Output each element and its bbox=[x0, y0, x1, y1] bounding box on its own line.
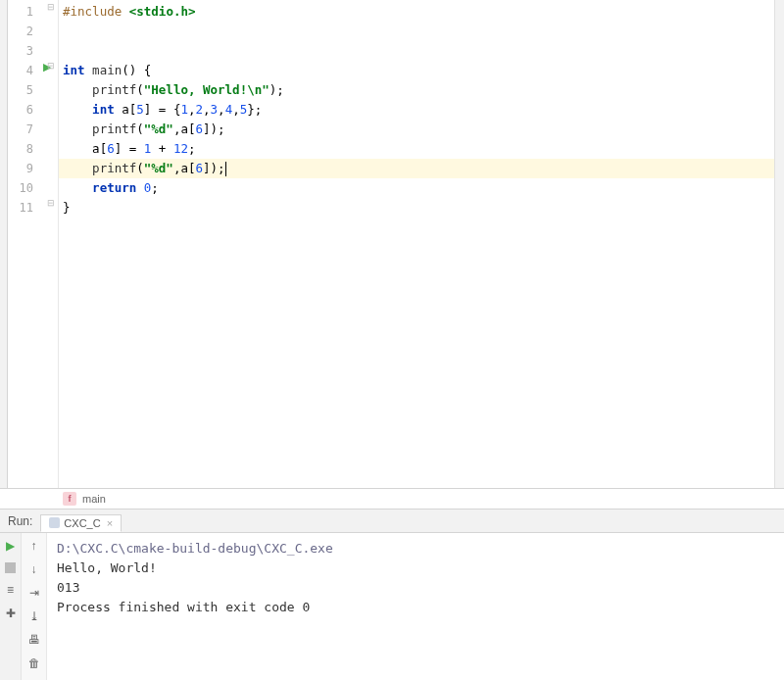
rerun-icon[interactable]: ▶ bbox=[4, 539, 18, 553]
code-editor[interactable]: #include <stdio.h> int main() { printf("… bbox=[59, 0, 774, 488]
code-line: #include <stdio.h> bbox=[59, 2, 774, 22]
line-number[interactable]: 4 bbox=[8, 61, 41, 80]
console-line: 013 bbox=[57, 578, 774, 598]
pin-icon[interactable]: ✚ bbox=[4, 607, 18, 620]
code-line: int main() { bbox=[59, 61, 774, 80]
code-line: printf("%d",a[6]); bbox=[59, 120, 774, 139]
code-line: a[6] = 1 + 12; bbox=[59, 139, 774, 159]
close-icon[interactable]: × bbox=[107, 517, 113, 529]
line-number[interactable]: 9 bbox=[8, 159, 41, 178]
console-line: Process finished with exit code 0 bbox=[57, 598, 774, 617]
trash-icon[interactable]: 🗑 bbox=[27, 656, 41, 670]
breadcrumb-bar: f main bbox=[0, 488, 784, 510]
run-toolbar-primary: ▶ ≡ ✚ bbox=[0, 533, 22, 680]
editor-area: 1 2 3 4 5 6 7 8 9 10 11 ▶ ⊟ ⊟ ⊟ #include… bbox=[0, 0, 784, 488]
scroll-end-icon[interactable]: ⤓ bbox=[27, 609, 41, 623]
line-number[interactable]: 2 bbox=[8, 22, 41, 41]
code-line: return 0; bbox=[59, 178, 774, 198]
line-number[interactable]: 7 bbox=[8, 120, 41, 139]
editor-scrollbar[interactable] bbox=[774, 0, 784, 488]
line-number[interactable]: 8 bbox=[8, 139, 41, 159]
console-line: Hello, World! bbox=[57, 559, 774, 578]
console-line: D:\CXC.C\cmake-build-debug\CXC_C.exe bbox=[57, 539, 774, 559]
line-number[interactable]: 1 bbox=[8, 2, 41, 22]
code-line: int a[5] = {1,2,3,4,5}; bbox=[59, 100, 774, 120]
run-toolbar-secondary: ↑ ↓ ⇥ ⤓ 🖶 🗑 bbox=[22, 533, 47, 680]
run-config-tab[interactable]: CXC_C × bbox=[40, 514, 122, 532]
fold-toggle-icon[interactable]: ⊟ bbox=[47, 2, 55, 12]
print-icon[interactable]: 🖶 bbox=[27, 633, 41, 647]
console-output[interactable]: D:\CXC.C\cmake-build-debug\CXC_C.exe Hel… bbox=[47, 533, 784, 680]
code-line bbox=[59, 41, 774, 61]
code-line: } bbox=[59, 198, 774, 218]
fold-toggle-icon[interactable]: ⊟ bbox=[47, 61, 55, 71]
code-line-current: printf("%d",a[6]); bbox=[59, 159, 774, 178]
line-number[interactable]: 6 bbox=[8, 100, 41, 120]
run-tool-header: Run: CXC_C × bbox=[0, 510, 784, 533]
line-number[interactable]: 11 bbox=[8, 198, 41, 218]
function-icon: f bbox=[63, 492, 76, 506]
stop-icon[interactable] bbox=[5, 562, 16, 573]
line-number[interactable]: 10 bbox=[8, 178, 41, 198]
app-icon bbox=[49, 517, 60, 528]
fold-end-icon[interactable]: ⊟ bbox=[47, 198, 55, 208]
code-line: printf("Hello, World!\n"); bbox=[59, 80, 774, 100]
line-number-gutter[interactable]: 1 2 3 4 5 6 7 8 9 10 11 bbox=[8, 0, 41, 488]
console-area: ▶ ≡ ✚ ↑ ↓ ⇥ ⤓ 🖶 🗑 D:\CXC.C\cmake-build-d… bbox=[0, 533, 784, 680]
breadcrumb-item[interactable]: main bbox=[82, 493, 106, 505]
line-number[interactable]: 5 bbox=[8, 80, 41, 100]
soft-wrap-icon[interactable]: ⇥ bbox=[27, 586, 41, 600]
run-tab-name: CXC_C bbox=[64, 517, 100, 529]
layout-icon[interactable]: ≡ bbox=[4, 583, 18, 597]
marker-strip: ▶ ⊟ ⊟ ⊟ bbox=[41, 0, 59, 488]
code-line bbox=[59, 22, 774, 41]
text-cursor bbox=[225, 162, 226, 176]
line-number[interactable]: 3 bbox=[8, 41, 41, 61]
up-icon[interactable]: ↑ bbox=[27, 539, 41, 553]
left-tool-strip bbox=[0, 0, 8, 488]
down-icon[interactable]: ↓ bbox=[27, 562, 41, 576]
run-label: Run: bbox=[8, 514, 32, 528]
